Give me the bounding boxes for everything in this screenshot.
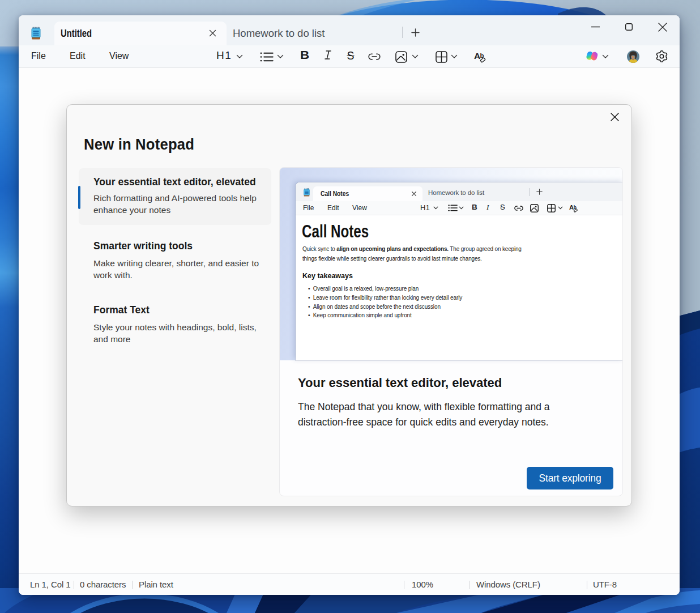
svg-text:A: A [569,204,574,211]
